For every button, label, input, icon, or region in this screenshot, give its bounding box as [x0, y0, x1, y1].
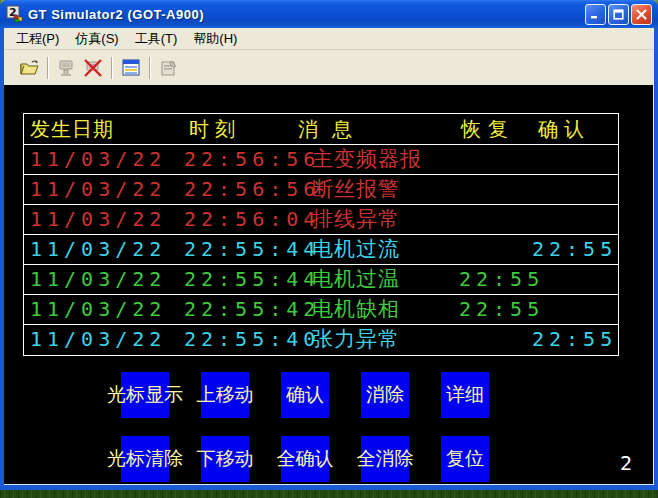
- cursor-display-button[interactable]: 光标显示: [121, 372, 169, 418]
- cursor-clear-button[interactable]: 光标清除: [121, 436, 169, 482]
- alarm-time: 22:55:40: [184, 325, 320, 354]
- alarm-date: 11/03/22: [30, 265, 166, 294]
- menu-tools[interactable]: 工具(T): [127, 28, 186, 50]
- gt-simulator-window: 2 GT Simulator2 (GOT-A900) 工程(P) 仿真(S) 工…: [0, 0, 658, 490]
- start-simulation-icon: [54, 55, 80, 81]
- alarm-date: 11/03/22: [30, 175, 166, 204]
- alarm-time: 22:56:56: [184, 175, 320, 204]
- reset-button[interactable]: 复位: [441, 436, 489, 482]
- alarm-message: 电机过流: [312, 235, 400, 264]
- alarm-message: 断丝报警: [312, 175, 400, 204]
- open-project-icon[interactable]: [16, 55, 42, 81]
- option-setup-glyph: [159, 58, 179, 78]
- move-up-button[interactable]: 上移动: [201, 372, 249, 418]
- header-date: 发生日期: [30, 114, 114, 144]
- stop-simulation-icon: [80, 55, 106, 81]
- menu-simulate[interactable]: 仿真(S): [67, 28, 126, 50]
- alarm-date: 11/03/22: [30, 235, 166, 264]
- title-bar: 2 GT Simulator2 (GOT-A900): [0, 0, 658, 28]
- close-icon: [636, 9, 647, 20]
- alarm-date: 11/03/22: [30, 295, 166, 324]
- stop-simulation-glyph: [83, 58, 103, 78]
- page-number: 2: [600, 451, 632, 475]
- maximize-icon: [613, 9, 624, 20]
- alarm-time: 22:55:44: [184, 265, 320, 294]
- alarm-time: 22:56:56: [184, 145, 320, 174]
- clear-all-button[interactable]: 全消除: [361, 436, 409, 482]
- alarm-row[interactable]: 11/03/22 22:55:42 电机缺相 22:55: [24, 295, 618, 325]
- device-monitor-glyph: [121, 58, 141, 78]
- alarm-row[interactable]: 11/03/22 22:56:56 断丝报警: [24, 175, 618, 205]
- alarm-date: 11/03/22: [30, 145, 166, 174]
- alarm-time: 22:55:44: [184, 235, 320, 264]
- clear-button[interactable]: 消除: [361, 372, 409, 418]
- minimize-icon: [590, 9, 601, 20]
- alarm-list: 发生日期 时刻 消息 恢复 确认 11/03/22 22:56:56 主变频器报…: [23, 113, 619, 356]
- alarm-confirm-time: 22:55: [532, 325, 617, 354]
- start-simulation-glyph: [57, 58, 77, 78]
- alarm-time: 22:55:42: [184, 295, 320, 324]
- option-setup-icon: [156, 55, 182, 81]
- alarm-row[interactable]: 11/03/22 22:55:44 电机过流 22:55: [24, 235, 618, 265]
- alarm-list-header: 发生日期 时刻 消息 恢复 确认: [24, 114, 618, 145]
- header-message: 消息: [298, 114, 366, 144]
- header-time: 时刻: [189, 114, 241, 144]
- confirm-button[interactable]: 确认: [281, 372, 329, 418]
- menu-help[interactable]: 帮助(H): [185, 28, 245, 50]
- alarm-date: 11/03/22: [30, 205, 166, 234]
- alarm-message: 主变频器报: [312, 145, 422, 174]
- alarm-message: 张力异常: [312, 325, 400, 354]
- close-button[interactable]: [631, 4, 652, 25]
- minimize-button[interactable]: [585, 4, 606, 25]
- alarm-confirm-time: 22:55: [532, 235, 617, 264]
- alarm-message: 排线异常: [312, 205, 400, 234]
- header-recover: 恢复: [461, 114, 515, 144]
- open-folder-icon: [19, 58, 40, 78]
- alarm-row[interactable]: 11/03/22 22:56:56 主变频器报: [24, 145, 618, 175]
- confirm-all-button[interactable]: 全确认: [281, 436, 329, 482]
- toolbar-separator: [47, 57, 49, 79]
- alarm-recover-time: 22:55: [459, 265, 544, 294]
- gt-simulator2-icon[interactable]: 2: [6, 5, 24, 23]
- alarm-row[interactable]: 11/03/22 22:55:40 张力异常 22:55: [24, 325, 618, 355]
- toolbar-separator: [111, 57, 113, 79]
- alarm-recover-time: 22:55: [459, 295, 544, 324]
- detail-button[interactable]: 详细: [441, 372, 489, 418]
- maximize-button[interactable]: [608, 4, 629, 25]
- window-title: GT Simulator2 (GOT-A900): [28, 7, 204, 22]
- alarm-date: 11/03/22: [30, 325, 166, 354]
- device-monitor-icon[interactable]: [118, 55, 144, 81]
- header-confirm: 确认: [538, 114, 590, 144]
- alarm-message: 电机过温: [312, 265, 400, 294]
- move-down-button[interactable]: 下移动: [201, 436, 249, 482]
- toolbar-separator: [149, 57, 151, 79]
- alarm-time: 22:56:04: [184, 205, 320, 234]
- alarm-row[interactable]: 11/03/22 22:55:44 电机过温 22:55: [24, 265, 618, 295]
- menu-bar: 工程(P) 仿真(S) 工具(T) 帮助(H): [4, 28, 654, 50]
- alarm-message: 电机缺相: [312, 295, 400, 324]
- menu-project[interactable]: 工程(P): [8, 28, 67, 50]
- alarm-row[interactable]: 11/03/22 22:56:04 排线异常: [24, 205, 618, 235]
- toolbar: [4, 50, 654, 85]
- got-screen: 发生日期 时刻 消息 恢复 确认 11/03/22 22:56:56 主变频器报…: [4, 85, 654, 485]
